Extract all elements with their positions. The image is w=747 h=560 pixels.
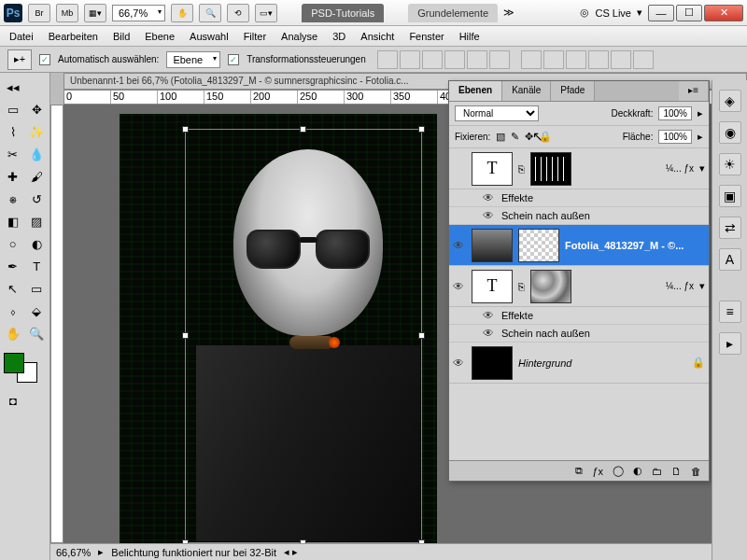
menu-ansicht[interactable]: Ansicht (360, 31, 394, 42)
lock-pix-icon[interactable]: ▧ (496, 131, 505, 143)
dock-action-icon[interactable]: ▸ (719, 332, 741, 355)
align-icon[interactable] (377, 50, 398, 69)
quickmask-tool[interactable]: ◘ (2, 390, 24, 411)
dock-hist-icon[interactable]: ≡ (719, 301, 741, 323)
workspace-tab-2[interactable]: Grundelemente (408, 4, 498, 22)
fx-badge[interactable]: ¼... ƒx (666, 163, 694, 174)
blur-tool[interactable]: ○ (2, 233, 24, 254)
menu-datei[interactable]: Datei (9, 31, 34, 42)
transform-checkbox[interactable]: ✓ (228, 54, 239, 65)
zoom-select[interactable]: 66,7% (112, 5, 165, 21)
trash-icon[interactable]: 🗑 (691, 466, 701, 477)
adjust-icon[interactable]: ◐ (633, 465, 642, 477)
shape-tool[interactable]: ▭ (26, 278, 49, 299)
fx-effects-row[interactable]: 👁Effekte (449, 189, 709, 207)
dock-layers-icon[interactable]: ◈ (719, 90, 741, 112)
type-tool[interactable]: T (26, 256, 49, 276)
autoselect-checkbox[interactable]: ✓ (39, 54, 50, 65)
visibility-icon[interactable]: 👁 (453, 280, 466, 293)
link-layers-icon[interactable]: ⧉ (575, 465, 583, 477)
dock-char-icon[interactable]: A (719, 248, 741, 271)
channels-tab[interactable]: Kanäle (502, 81, 551, 101)
screen-btn[interactable]: ▭▾ (255, 4, 277, 22)
layer-mask[interactable] (530, 270, 571, 303)
menu-3d[interactable]: 3D (332, 31, 345, 42)
opacity-input[interactable]: 100% (658, 106, 692, 120)
mask-icon[interactable]: ◯ (613, 465, 624, 477)
paths-tab[interactable]: Pfade (551, 81, 595, 101)
crop-tool[interactable]: ✂ (2, 144, 24, 164)
lock-brush-icon[interactable]: ✎ (511, 131, 519, 143)
dodge-tool[interactable]: ◐ (26, 233, 49, 254)
layers-tab[interactable]: Ebenen (449, 81, 502, 101)
layer-fotolia[interactable]: 👁 Fotolia_4813297_M - ©... (449, 225, 709, 266)
blendmode-select[interactable]: Normal (455, 105, 539, 121)
3d-tool[interactable]: ⬨ (2, 301, 24, 321)
move-tool[interactable]: ✥ (26, 99, 49, 119)
layer-text-2[interactable]: 👁 T ⎘ ¼... ƒx▾ (449, 266, 709, 307)
lock-pos-icon[interactable]: ✥ (525, 131, 533, 143)
rotate-btn[interactable]: ⟲ (227, 4, 249, 22)
minibridge-btn[interactable]: Mb (56, 4, 78, 22)
lock-all-icon[interactable]: 🔒 (539, 131, 552, 143)
history-tool[interactable]: ↺ (26, 189, 49, 209)
layer-background[interactable]: 👁 Hintergrund 🔒 (449, 343, 709, 384)
close-btn[interactable]: ✕ (704, 5, 743, 21)
zoom-btn[interactable]: 🔍 (199, 4, 221, 22)
dock-color-icon[interactable]: ◉ (719, 121, 741, 144)
color-swatch[interactable] (2, 351, 39, 385)
fx-badge[interactable]: ¼... ƒx (666, 281, 694, 291)
folder-icon[interactable]: 🗀 (652, 466, 662, 477)
wand-tool[interactable]: ✨ (26, 121, 49, 142)
stamp-tool[interactable]: ⎈ (2, 189, 24, 209)
transform-bounds[interactable] (185, 129, 422, 543)
menu-auswahl[interactable]: Auswahl (190, 31, 229, 42)
dock-adjust-icon[interactable]: ☀ (719, 153, 741, 175)
eraser-tool[interactable]: ◧ (2, 211, 24, 231)
visibility-icon[interactable]: 👁 (453, 239, 466, 252)
gradient-tool[interactable]: ▨ (26, 211, 49, 231)
more-icon[interactable]: ≫ (503, 7, 514, 19)
menu-filter[interactable]: Filter (244, 31, 266, 42)
fx-icon[interactable]: ƒx (592, 466, 603, 477)
layout-btn[interactable]: ▦▾ (84, 4, 106, 22)
maximize-btn[interactable]: ☐ (676, 5, 702, 21)
dock-mask-icon[interactable]: ▣ (719, 185, 741, 207)
layer-mask[interactable] (530, 152, 571, 186)
lasso-tool[interactable]: ⌇ (2, 121, 24, 142)
fill-input[interactable]: 100% (658, 130, 692, 144)
menu-fenster[interactable]: Fenster (409, 31, 444, 42)
path-tool[interactable]: ↖ (2, 278, 24, 299)
menu-hilfe[interactable]: Hilfe (459, 31, 480, 42)
panel-menu-icon[interactable]: ▸≡ (679, 81, 709, 101)
workspace-tab-1[interactable]: PSD-Tutorials (302, 4, 384, 22)
eyedrop-tool[interactable]: 💧 (26, 144, 49, 164)
minimize-btn[interactable]: — (648, 5, 674, 21)
move-tool-preset[interactable]: ▸+ (7, 49, 32, 70)
menu-ebene[interactable]: Ebene (145, 31, 175, 42)
status-zoom[interactable]: 66,67% (56, 547, 91, 558)
menu-bearbeiten[interactable]: Bearbeiten (49, 31, 98, 42)
zoom-tool[interactable]: 🔍 (26, 323, 49, 343)
pen-tool[interactable]: ✒ (2, 256, 24, 276)
fx-outerglow-row[interactable]: 👁Schein nach außen (449, 207, 709, 225)
autoselect-dropdown[interactable]: Ebene (166, 51, 220, 68)
hand-tool[interactable]: ✋ (2, 323, 24, 343)
fx-effects-row[interactable]: 👁Effekte (449, 307, 709, 325)
cslive-icon[interactable]: ◎ (580, 7, 589, 19)
dock-swap-icon[interactable]: ⇄ (719, 217, 741, 239)
hand-btn[interactable]: ✋ (171, 4, 193, 22)
brush-tool[interactable]: 🖌 (26, 166, 49, 187)
layer-text-1[interactable]: T ⎘ ¼... ƒx▾ (449, 148, 709, 189)
fx-outerglow-row[interactable]: 👁Schein nach außen (449, 325, 709, 343)
3dcam-tool[interactable]: ⬙ (26, 301, 49, 321)
menu-analyse[interactable]: Analyse (281, 31, 317, 42)
collapse-icon[interactable]: ◂◂ (2, 77, 24, 97)
menu-bild[interactable]: Bild (113, 31, 130, 42)
marquee-tool[interactable]: ▭ (2, 99, 24, 119)
bridge-btn[interactable]: Br (28, 4, 50, 22)
canvas[interactable] (120, 114, 437, 543)
cslive-label[interactable]: CS Live (595, 7, 631, 19)
layer-mask[interactable] (518, 229, 559, 262)
heal-tool[interactable]: ✚ (2, 166, 24, 187)
